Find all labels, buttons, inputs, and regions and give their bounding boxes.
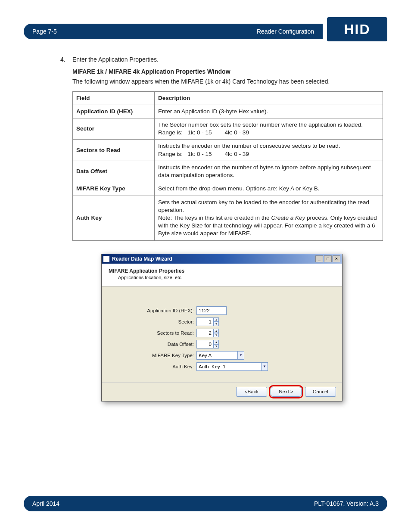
subheading: MIFARE 1k / MIFARE 4k Application Proper… <box>72 68 383 75</box>
field-name: Sector <box>73 118 155 140</box>
auth-key-input[interactable] <box>196 362 261 371</box>
page-footer: April 2014 PLT-01067, Version: A.3 <box>24 496 387 511</box>
footer-doc-id: PLT-01067, Version: A.3 <box>314 500 379 507</box>
table-row: Auth Key Sets the actual custom key to b… <box>73 196 383 240</box>
field-desc: Instructs the encoder on the number of c… <box>155 140 383 161</box>
data-offset-input[interactable] <box>196 340 214 348</box>
minimize-button[interactable]: _ <box>315 255 323 262</box>
field-name: Sectors to Read <box>73 140 155 161</box>
maximize-button[interactable]: □ <box>324 255 332 262</box>
wizard-heading: MIFARE Application Properties <box>109 268 335 274</box>
dropdown-icon[interactable]: ▼ <box>261 362 268 371</box>
spin-up-icon[interactable]: ▲ <box>214 317 219 322</box>
wizard-footer: < Back Next > Cancel <box>102 382 342 401</box>
app-id-label: Application ID (HEX): <box>102 308 196 313</box>
hid-logo: HID <box>327 17 387 41</box>
field-desc: Enter an Application ID (3-byte Hex valu… <box>155 105 383 118</box>
table-row: Application ID (HEX) Enter an Applicatio… <box>73 105 383 118</box>
cancel-button[interactable]: Cancel <box>305 387 336 397</box>
sector-label: Sector: <box>102 319 196 324</box>
back-button[interactable]: < Back <box>236 387 267 397</box>
field-description-table: Field Description Application ID (HEX) E… <box>72 91 383 241</box>
section-title: Reader Configuration <box>257 28 314 35</box>
page-content: 4. Enter the Application Properties. MIF… <box>60 56 383 401</box>
sector-input[interactable] <box>196 317 214 326</box>
spin-up-icon[interactable]: ▲ <box>214 329 219 333</box>
dropdown-icon[interactable]: ▼ <box>237 351 244 360</box>
section-title-bar: Reader Configuration <box>65 24 323 39</box>
table-row: Sectors to Read Instructs the encoder on… <box>73 140 383 161</box>
table-row: MIFARE Key Type Select from the drop-dow… <box>73 182 383 196</box>
sector-spinner[interactable]: ▲▼ <box>196 317 219 326</box>
page-number-pill: Page 7-5 <box>24 24 65 39</box>
step-4: 4. Enter the Application Properties. <box>72 56 383 63</box>
close-button[interactable]: × <box>333 255 340 262</box>
titlebar[interactable]: ▦ Reader Data Map Wizard _ □ × <box>102 254 342 264</box>
auth-key-label: Auth Key: <box>102 364 196 369</box>
step-number: 4. <box>60 56 65 63</box>
window-icon: ▦ <box>103 256 109 262</box>
data-offset-label: Data Offset: <box>102 342 196 347</box>
window-title: Reader Data Map Wizard <box>112 256 315 262</box>
sectors-read-spinner[interactable]: ▲▼ <box>196 329 219 337</box>
field-desc: Select from the drop-down menu. Options … <box>155 182 383 196</box>
table-row: Data Offset Instructs the encoder on the… <box>73 161 383 182</box>
spin-up-icon[interactable]: ▲ <box>214 340 219 344</box>
footer-date: April 2014 <box>32 500 59 507</box>
wizard-body: Application ID (HEX): Sector: ▲▼ Sectors… <box>102 286 342 382</box>
field-name: Application ID (HEX) <box>73 105 155 118</box>
auth-key-combo[interactable]: ▼ <box>196 362 268 371</box>
col-field: Field <box>73 91 155 105</box>
step-text: Enter the Application Properties. <box>72 56 159 63</box>
field-desc: Sets the actual custom key to be loaded … <box>155 196 383 240</box>
data-offset-spinner[interactable]: ▲▼ <box>196 340 219 348</box>
next-button[interactable]: Next > <box>271 387 302 397</box>
field-name: Data Offset <box>73 161 155 182</box>
spin-down-icon[interactable]: ▼ <box>214 322 219 326</box>
page-header: Page 7-5 Reader Configuration HID <box>24 24 387 39</box>
wizard-subheading: Applications location, size, etc. <box>109 275 335 280</box>
field-desc: The Sector number box sets the sector nu… <box>155 118 383 140</box>
wizard-header: MIFARE Application Properties Applicatio… <box>102 264 342 286</box>
key-type-label: MIFARE Key Type: <box>102 353 196 358</box>
table-row: Sector The Sector number box sets the se… <box>73 118 383 140</box>
intro-paragraph: The following window appears when the MI… <box>72 78 383 86</box>
field-name: MIFARE Key Type <box>73 182 155 196</box>
sectors-read-input[interactable] <box>196 329 214 337</box>
app-id-input[interactable] <box>196 306 227 315</box>
col-description: Description <box>155 91 383 105</box>
field-desc: Instructs the encoder on the number of b… <box>155 161 383 182</box>
wizard-window: ▦ Reader Data Map Wizard _ □ × MIFARE Ap… <box>101 254 342 401</box>
spin-down-icon[interactable]: ▼ <box>214 344 219 348</box>
sectors-read-label: Sectors to Read: <box>102 330 196 336</box>
spin-down-icon[interactable]: ▼ <box>214 333 219 337</box>
key-type-input[interactable] <box>196 351 237 360</box>
key-type-combo[interactable]: ▼ <box>196 351 244 360</box>
field-name: Auth Key <box>73 196 155 240</box>
